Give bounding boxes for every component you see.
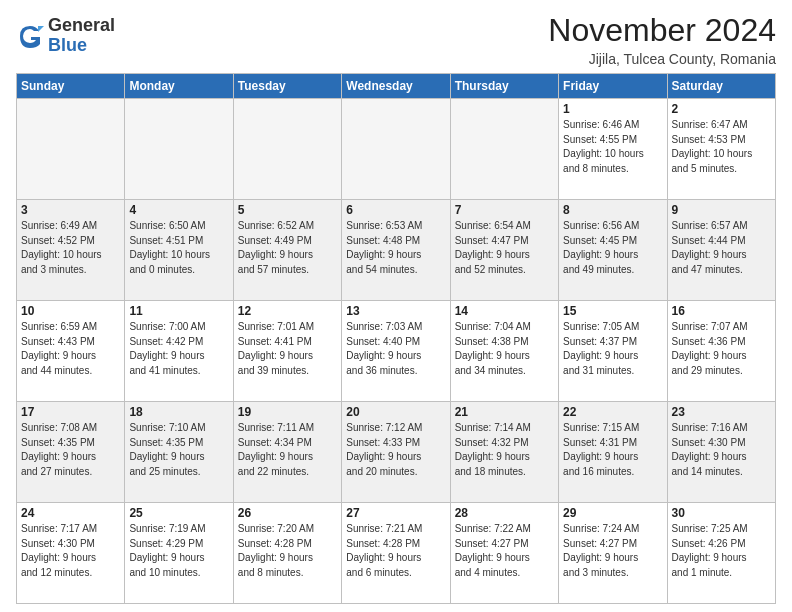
day-number: 20 [346, 405, 445, 419]
day-number: 10 [21, 304, 120, 318]
table-row: 4Sunrise: 6:50 AM Sunset: 4:51 PM Daylig… [125, 200, 233, 301]
calendar-week-row: 17Sunrise: 7:08 AM Sunset: 4:35 PM Dayli… [17, 402, 776, 503]
day-info: Sunrise: 7:14 AM Sunset: 4:32 PM Dayligh… [455, 421, 554, 479]
table-row: 28Sunrise: 7:22 AM Sunset: 4:27 PM Dayli… [450, 503, 558, 604]
table-row: 11Sunrise: 7:00 AM Sunset: 4:42 PM Dayli… [125, 301, 233, 402]
day-number: 6 [346, 203, 445, 217]
header-wednesday: Wednesday [342, 74, 450, 99]
calendar-week-row: 1Sunrise: 6:46 AM Sunset: 4:55 PM Daylig… [17, 99, 776, 200]
calendar-week-row: 24Sunrise: 7:17 AM Sunset: 4:30 PM Dayli… [17, 503, 776, 604]
day-number: 15 [563, 304, 662, 318]
calendar-table: Sunday Monday Tuesday Wednesday Thursday… [16, 73, 776, 604]
table-row [17, 99, 125, 200]
day-info: Sunrise: 6:49 AM Sunset: 4:52 PM Dayligh… [21, 219, 120, 277]
header: General Blue November 2024 Jijila, Tulce… [16, 12, 776, 67]
day-info: Sunrise: 7:01 AM Sunset: 4:41 PM Dayligh… [238, 320, 337, 378]
logo-icon [16, 22, 44, 50]
table-row: 8Sunrise: 6:56 AM Sunset: 4:45 PM Daylig… [559, 200, 667, 301]
day-info: Sunrise: 6:46 AM Sunset: 4:55 PM Dayligh… [563, 118, 662, 176]
day-number: 27 [346, 506, 445, 520]
day-info: Sunrise: 7:20 AM Sunset: 4:28 PM Dayligh… [238, 522, 337, 580]
table-row: 16Sunrise: 7:07 AM Sunset: 4:36 PM Dayli… [667, 301, 775, 402]
table-row: 18Sunrise: 7:10 AM Sunset: 4:35 PM Dayli… [125, 402, 233, 503]
day-info: Sunrise: 6:59 AM Sunset: 4:43 PM Dayligh… [21, 320, 120, 378]
table-row: 19Sunrise: 7:11 AM Sunset: 4:34 PM Dayli… [233, 402, 341, 503]
day-info: Sunrise: 7:04 AM Sunset: 4:38 PM Dayligh… [455, 320, 554, 378]
day-number: 18 [129, 405, 228, 419]
header-monday: Monday [125, 74, 233, 99]
table-row: 10Sunrise: 6:59 AM Sunset: 4:43 PM Dayli… [17, 301, 125, 402]
day-info: Sunrise: 6:57 AM Sunset: 4:44 PM Dayligh… [672, 219, 771, 277]
table-row [233, 99, 341, 200]
day-number: 14 [455, 304, 554, 318]
day-number: 2 [672, 102, 771, 116]
table-row: 24Sunrise: 7:17 AM Sunset: 4:30 PM Dayli… [17, 503, 125, 604]
header-friday: Friday [559, 74, 667, 99]
day-number: 1 [563, 102, 662, 116]
day-info: Sunrise: 6:53 AM Sunset: 4:48 PM Dayligh… [346, 219, 445, 277]
header-saturday: Saturday [667, 74, 775, 99]
calendar-header-row: Sunday Monday Tuesday Wednesday Thursday… [17, 74, 776, 99]
day-info: Sunrise: 7:15 AM Sunset: 4:31 PM Dayligh… [563, 421, 662, 479]
table-row: 3Sunrise: 6:49 AM Sunset: 4:52 PM Daylig… [17, 200, 125, 301]
day-info: Sunrise: 7:16 AM Sunset: 4:30 PM Dayligh… [672, 421, 771, 479]
header-thursday: Thursday [450, 74, 558, 99]
day-number: 3 [21, 203, 120, 217]
day-info: Sunrise: 7:10 AM Sunset: 4:35 PM Dayligh… [129, 421, 228, 479]
table-row: 23Sunrise: 7:16 AM Sunset: 4:30 PM Dayli… [667, 402, 775, 503]
table-row [125, 99, 233, 200]
table-row: 21Sunrise: 7:14 AM Sunset: 4:32 PM Dayli… [450, 402, 558, 503]
table-row [342, 99, 450, 200]
day-number: 9 [672, 203, 771, 217]
day-info: Sunrise: 7:00 AM Sunset: 4:42 PM Dayligh… [129, 320, 228, 378]
table-row: 9Sunrise: 6:57 AM Sunset: 4:44 PM Daylig… [667, 200, 775, 301]
day-info: Sunrise: 6:50 AM Sunset: 4:51 PM Dayligh… [129, 219, 228, 277]
table-row: 6Sunrise: 6:53 AM Sunset: 4:48 PM Daylig… [342, 200, 450, 301]
location: Jijila, Tulcea County, Romania [548, 51, 776, 67]
day-number: 21 [455, 405, 554, 419]
day-number: 17 [21, 405, 120, 419]
calendar-week-row: 10Sunrise: 6:59 AM Sunset: 4:43 PM Dayli… [17, 301, 776, 402]
day-info: Sunrise: 7:11 AM Sunset: 4:34 PM Dayligh… [238, 421, 337, 479]
day-number: 4 [129, 203, 228, 217]
table-row: 1Sunrise: 6:46 AM Sunset: 4:55 PM Daylig… [559, 99, 667, 200]
day-number: 23 [672, 405, 771, 419]
calendar-week-row: 3Sunrise: 6:49 AM Sunset: 4:52 PM Daylig… [17, 200, 776, 301]
day-info: Sunrise: 7:21 AM Sunset: 4:28 PM Dayligh… [346, 522, 445, 580]
table-row: 15Sunrise: 7:05 AM Sunset: 4:37 PM Dayli… [559, 301, 667, 402]
day-number: 7 [455, 203, 554, 217]
table-row: 26Sunrise: 7:20 AM Sunset: 4:28 PM Dayli… [233, 503, 341, 604]
table-row: 2Sunrise: 6:47 AM Sunset: 4:53 PM Daylig… [667, 99, 775, 200]
day-number: 28 [455, 506, 554, 520]
day-number: 19 [238, 405, 337, 419]
day-number: 26 [238, 506, 337, 520]
page: General Blue November 2024 Jijila, Tulce… [0, 0, 792, 612]
table-row: 12Sunrise: 7:01 AM Sunset: 4:41 PM Dayli… [233, 301, 341, 402]
logo-text: General Blue [48, 16, 115, 56]
table-row: 25Sunrise: 7:19 AM Sunset: 4:29 PM Dayli… [125, 503, 233, 604]
table-row: 5Sunrise: 6:52 AM Sunset: 4:49 PM Daylig… [233, 200, 341, 301]
table-row: 27Sunrise: 7:21 AM Sunset: 4:28 PM Dayli… [342, 503, 450, 604]
title-block: November 2024 Jijila, Tulcea County, Rom… [548, 12, 776, 67]
day-number: 25 [129, 506, 228, 520]
day-info: Sunrise: 7:12 AM Sunset: 4:33 PM Dayligh… [346, 421, 445, 479]
day-info: Sunrise: 7:24 AM Sunset: 4:27 PM Dayligh… [563, 522, 662, 580]
day-info: Sunrise: 6:54 AM Sunset: 4:47 PM Dayligh… [455, 219, 554, 277]
table-row [450, 99, 558, 200]
day-info: Sunrise: 6:47 AM Sunset: 4:53 PM Dayligh… [672, 118, 771, 176]
day-info: Sunrise: 7:25 AM Sunset: 4:26 PM Dayligh… [672, 522, 771, 580]
header-sunday: Sunday [17, 74, 125, 99]
table-row: 20Sunrise: 7:12 AM Sunset: 4:33 PM Dayli… [342, 402, 450, 503]
day-number: 16 [672, 304, 771, 318]
day-number: 22 [563, 405, 662, 419]
table-row: 29Sunrise: 7:24 AM Sunset: 4:27 PM Dayli… [559, 503, 667, 604]
logo-blue-text: Blue [48, 36, 115, 56]
logo-general-text: General [48, 16, 115, 36]
table-row: 7Sunrise: 6:54 AM Sunset: 4:47 PM Daylig… [450, 200, 558, 301]
day-number: 5 [238, 203, 337, 217]
table-row: 14Sunrise: 7:04 AM Sunset: 4:38 PM Dayli… [450, 301, 558, 402]
day-info: Sunrise: 7:22 AM Sunset: 4:27 PM Dayligh… [455, 522, 554, 580]
day-number: 24 [21, 506, 120, 520]
day-number: 11 [129, 304, 228, 318]
table-row: 17Sunrise: 7:08 AM Sunset: 4:35 PM Dayli… [17, 402, 125, 503]
